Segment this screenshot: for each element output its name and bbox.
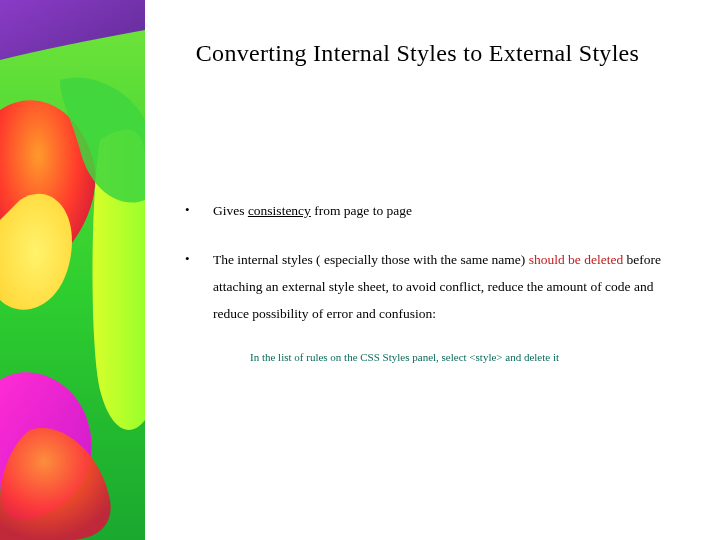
bullet-item: The internal styles ( especially those w… xyxy=(185,246,690,327)
bullet-text-pre: Gives xyxy=(213,203,248,218)
bullet-list: Gives consistency from page to page The … xyxy=(185,197,690,327)
decorative-sidebar-graphic xyxy=(0,0,145,540)
bullet-text-pre: The internal styles ( especially those w… xyxy=(213,252,529,267)
bullet-text-post: from page to page xyxy=(311,203,412,218)
sub-note: In the list of rules on the CSS Styles p… xyxy=(250,349,690,367)
slide-title: Converting Internal Styles to External S… xyxy=(145,40,690,67)
bullet-text-emphasis: should be deleted xyxy=(529,252,623,267)
bullet-item: Gives consistency from page to page xyxy=(185,197,690,224)
bullet-text-underlined: consistency xyxy=(248,203,311,218)
slide-content: Converting Internal Styles to External S… xyxy=(145,0,720,540)
